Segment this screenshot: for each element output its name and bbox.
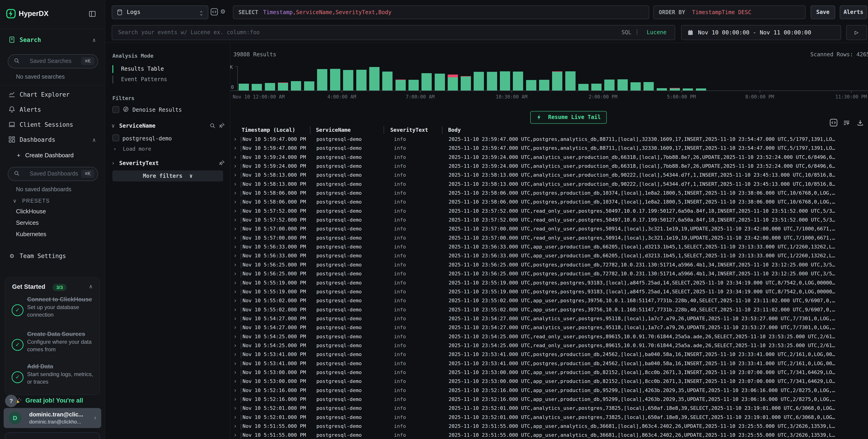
row-expand-chevron[interactable]: › xyxy=(234,297,237,304)
pin-icon[interactable] xyxy=(219,160,225,166)
sidebar-item-search[interactable]: Search ∧ xyxy=(0,35,105,45)
histogram-bar[interactable] xyxy=(317,69,327,91)
table-row[interactable]: ›Nov 10 5:57:00.000 PMpostgresql-demoinf… xyxy=(230,225,868,233)
histogram-bar[interactable] xyxy=(618,79,628,91)
row-expand-chevron[interactable]: › xyxy=(234,414,237,420)
histogram-bar[interactable] xyxy=(448,74,458,91)
column-resize-handle[interactable] xyxy=(310,126,311,133)
sidebar-item-alerts[interactable]: Alerts xyxy=(0,104,105,115)
load-more-link[interactable]: › Load more xyxy=(113,146,151,152)
table-row[interactable]: ›Nov 10 5:52:01.000 PMpostgresql-demoinf… xyxy=(230,413,868,422)
source-select[interactable]: Logs xyxy=(112,5,208,19)
row-expand-chevron[interactable]: › xyxy=(234,351,237,357)
histogram-bar[interactable] xyxy=(278,83,288,91)
saved-dashboards-input[interactable]: Saved Dashboards ⌘K xyxy=(8,167,98,181)
collapse-sidebar-icon[interactable] xyxy=(88,10,96,18)
save-button[interactable]: Save xyxy=(811,5,835,19)
sidebar-preset-clickhouse[interactable]: ClickHouse xyxy=(16,208,46,215)
histogram-bar[interactable] xyxy=(356,70,367,91)
table-row[interactable]: ›Nov 10 5:57:52.000 PMpostgresql-demoinf… xyxy=(230,216,868,225)
row-expand-chevron[interactable]: › xyxy=(234,198,237,205)
row-expand-chevron[interactable]: › xyxy=(234,360,237,367)
table-row[interactable]: ›Nov 10 5:52:16.000 PMpostgresql-demoinf… xyxy=(230,386,868,395)
histogram-bar[interactable] xyxy=(252,84,262,91)
histogram-bar[interactable] xyxy=(461,76,471,91)
row-expand-chevron[interactable]: › xyxy=(234,396,237,403)
table-row[interactable]: ›Nov 10 5:56:25.000 PMpostgresql-demoinf… xyxy=(230,261,868,270)
event-search-input[interactable]: Search your events w/ Lucene ex. column:… xyxy=(112,25,675,40)
chevron-up-icon[interactable]: ∧ xyxy=(89,283,93,290)
code-view-icon[interactable] xyxy=(210,8,218,16)
table-row[interactable]: ›Nov 10 5:57:52.000 PMpostgresql-demoinf… xyxy=(230,207,868,216)
histogram-bar[interactable] xyxy=(696,88,706,91)
histogram-bar[interactable] xyxy=(330,69,340,91)
mode-event-patterns[interactable]: Event Patterns xyxy=(121,76,167,83)
run-query-button[interactable]: ▷ xyxy=(846,25,867,40)
row-expand-chevron[interactable]: › xyxy=(234,432,237,438)
table-row[interactable]: ›Nov 10 5:59:47.000 PMpostgresql-demoinf… xyxy=(230,135,868,144)
service-group-chevron[interactable]: ∨ xyxy=(112,123,115,129)
table-row[interactable]: ›Nov 10 5:52:01.000 PMpostgresql-demoinf… xyxy=(230,404,868,413)
column-resize-handle[interactable] xyxy=(442,126,443,133)
row-expand-chevron[interactable]: › xyxy=(234,315,237,322)
sidebar-item-team-settings[interactable]: ⚙ Team Settings xyxy=(0,251,105,262)
histogram-bar[interactable] xyxy=(565,71,576,91)
histogram-bar[interactable] xyxy=(644,82,654,91)
alerts-button[interactable]: Alerts xyxy=(840,5,867,19)
column-resize-handle[interactable] xyxy=(383,126,384,133)
row-expand-chevron[interactable]: › xyxy=(234,279,237,286)
row-expand-chevron[interactable]: › xyxy=(234,324,237,331)
saved-searches-input[interactable]: Saved Searches ⌘K xyxy=(8,54,98,68)
histogram-bar[interactable] xyxy=(604,80,615,91)
histogram-bar[interactable] xyxy=(539,80,549,91)
histogram-bar[interactable] xyxy=(408,80,419,91)
histogram-bar[interactable] xyxy=(396,80,406,91)
settings-gear-icon[interactable]: ⚙ xyxy=(221,7,225,15)
chevron-up-icon[interactable]: ∧ xyxy=(93,37,96,43)
table-row[interactable]: ›Nov 10 5:58:06.000 PMpostgresql-demoinf… xyxy=(230,198,868,207)
histogram-bar[interactable] xyxy=(513,71,523,91)
table-row[interactable]: ›Nov 10 5:55:02.000 PMpostgresql-demoinf… xyxy=(230,296,868,306)
table-row[interactable]: ›Nov 10 5:56:25.000 PMpostgresql-demoinf… xyxy=(230,270,868,279)
histogram-bar[interactable] xyxy=(265,83,275,91)
row-expand-chevron[interactable]: › xyxy=(234,387,237,394)
row-expand-chevron[interactable]: › xyxy=(234,189,237,196)
row-expand-chevron[interactable]: › xyxy=(234,154,237,160)
histogram-bar[interactable] xyxy=(526,80,536,91)
sidebar-item-dashboards[interactable]: Dashboards ∧ xyxy=(0,134,105,146)
denoise-label[interactable]: Denoise Results xyxy=(132,107,182,113)
severity-group-chevron[interactable]: › xyxy=(112,160,115,166)
table-row[interactable]: ›Nov 10 5:54:27.000 PMpostgresql-demoinf… xyxy=(230,315,868,323)
row-expand-chevron[interactable]: › xyxy=(234,342,237,349)
row-expand-chevron[interactable]: › xyxy=(234,234,237,241)
filter-search-icon[interactable] xyxy=(210,123,216,129)
service-group-label[interactable]: ServiceName xyxy=(119,123,155,129)
histogram-bar[interactable] xyxy=(422,73,432,91)
col-servicename[interactable]: ServiceName xyxy=(316,127,350,133)
row-expand-chevron[interactable]: › xyxy=(234,181,237,187)
histogram-bar[interactable] xyxy=(552,71,562,91)
histogram-bar[interactable] xyxy=(591,84,601,91)
row-expand-chevron[interactable]: › xyxy=(234,216,237,223)
histogram-bar[interactable] xyxy=(500,71,510,91)
presets-section-header[interactable]: ∨ PRESETS xyxy=(13,198,50,204)
get-started-item[interactable]: Create Data SourcesConfigure where your … xyxy=(27,330,95,353)
histogram-bar[interactable] xyxy=(382,71,393,91)
select-clause-input[interactable]: SELECT Timestamp,ServiceName,SeverityTex… xyxy=(233,5,649,19)
table-row[interactable]: ›Nov 10 5:59:24.000 PMpostgresql-demoinf… xyxy=(230,162,868,171)
row-expand-chevron[interactable]: › xyxy=(234,378,237,384)
table-row[interactable]: ›Nov 10 5:54:25.000 PMpostgresql-demoinf… xyxy=(230,341,868,350)
table-row[interactable]: ›Nov 10 5:53:00.000 PMpostgresql-demoinf… xyxy=(230,368,868,377)
table-row[interactable]: ›Nov 10 5:53:41.000 PMpostgresql-demoinf… xyxy=(230,359,868,368)
pin-icon[interactable] xyxy=(219,122,225,129)
table-row[interactable]: ›Nov 10 5:55:19.000 PMpostgresql-demoinf… xyxy=(230,279,868,288)
table-row[interactable]: ›Nov 10 5:58:13.000 PMpostgresql-demoinf… xyxy=(230,171,868,180)
order-by-input[interactable]: ORDER BY TimestampTime DESC xyxy=(653,5,806,19)
sidebar-item-chart-explorer[interactable]: Chart Explorer xyxy=(0,89,105,100)
row-expand-chevron[interactable]: › xyxy=(234,136,237,143)
date-range-picker[interactable]: Nov 10 00:00:00 - Nov 11 00:00:00 xyxy=(681,25,841,40)
row-expand-chevron[interactable]: › xyxy=(234,333,237,340)
table-row[interactable]: ›Nov 10 5:56:33.000 PMpostgresql-demoinf… xyxy=(230,243,868,252)
resume-live-tail-button[interactable]: Resume Live Tail xyxy=(530,111,607,124)
row-expand-chevron[interactable]: › xyxy=(234,405,237,411)
